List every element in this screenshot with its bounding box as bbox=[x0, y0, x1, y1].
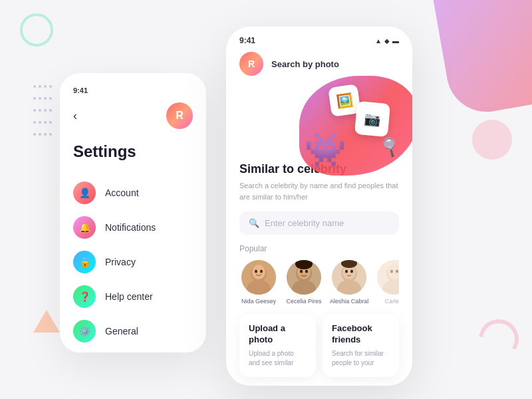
search-icon: 🔍 bbox=[249, 218, 259, 228]
wifi-icon: ◆ bbox=[384, 37, 390, 45]
signal-icon: ▲ bbox=[375, 37, 382, 45]
celebrity-name-1: Nida Geesey bbox=[241, 298, 276, 305]
celebrity-avatar-1 bbox=[241, 260, 276, 295]
right-time: 9:41 bbox=[239, 36, 255, 45]
general-label: General bbox=[105, 326, 138, 336]
settings-item-privacy[interactable]: 🔒 Privacy bbox=[73, 245, 193, 279]
photo-frame-2: 📷 bbox=[354, 101, 390, 137]
section-subtitle: Search a celebrity by name and find peop… bbox=[239, 180, 399, 202]
notifications-label: Notifications bbox=[105, 222, 156, 233]
pink-circle-decoration bbox=[472, 120, 512, 160]
left-status-bar: 9:41 bbox=[73, 86, 193, 94]
upload-photo-card[interactable]: Upload a photo Upload a photo and see si… bbox=[239, 314, 316, 377]
svg-point-5 bbox=[260, 270, 263, 273]
avatar[interactable]: R bbox=[166, 102, 193, 129]
settings-item-help[interactable]: ❓ Help center bbox=[73, 279, 193, 314]
pink-c-decoration bbox=[473, 314, 525, 365]
popular-celebrities-row: Nida Geesey Cecelia Pires bbox=[239, 260, 399, 305]
help-label: Help center bbox=[105, 291, 153, 302]
celebrity-carle[interactable]: Carle... bbox=[375, 260, 399, 305]
facebook-friends-card[interactable]: Facebook friends Search for similar peop… bbox=[323, 314, 399, 377]
celebrity-avatar-2 bbox=[287, 260, 321, 295]
settings-item-account[interactable]: 👤 Account bbox=[73, 176, 193, 210]
upload-card-title: Upload a photo bbox=[249, 323, 307, 346]
right-phone-header: R Search by photo bbox=[226, 45, 412, 76]
status-icons: ▲ ◆ ▬ bbox=[375, 37, 399, 45]
settings-item-about[interactable]: ℹ️ About us bbox=[73, 348, 193, 352]
dots-decoration bbox=[32, 80, 53, 140]
account-icon: 👤 bbox=[73, 182, 96, 204]
search-by-photo-label: Search by photo bbox=[271, 59, 339, 69]
right-status-bar: 9:41 ▲ ◆ ▬ bbox=[226, 27, 412, 45]
mint-circle-decoration bbox=[20, 13, 53, 47]
settings-item-general[interactable]: ⚙️ General bbox=[73, 314, 193, 348]
settings-phone: 9:41 ‹ R Settings 👤 Account 🔔 Notificati… bbox=[60, 73, 206, 352]
celebrity-name-3: Aleshia Cabral bbox=[330, 298, 369, 305]
celebrity-aleshia[interactable]: Aleshia Cabral bbox=[330, 260, 368, 305]
celebrity-cecelia[interactable]: Cecelia Pires bbox=[285, 260, 323, 305]
svg-point-11 bbox=[305, 270, 308, 273]
orange-triangle-decoration bbox=[33, 310, 60, 332]
celebrity-name-4: Carle... bbox=[384, 298, 399, 305]
svg-point-3 bbox=[252, 265, 265, 279]
battery-icon: ▬ bbox=[392, 37, 399, 45]
celebrity-nida[interactable]: Nida Geesey bbox=[239, 260, 278, 305]
facebook-card-title: Facebook friends bbox=[332, 323, 390, 346]
celebrity-search-box[interactable]: 🔍 Enter celebrity name bbox=[239, 211, 399, 235]
celebrity-avatar-4 bbox=[377, 260, 399, 295]
back-button[interactable]: ‹ bbox=[73, 109, 77, 123]
svg-point-17 bbox=[345, 270, 348, 273]
svg-point-4 bbox=[255, 270, 257, 273]
general-icon: ⚙️ bbox=[73, 320, 96, 342]
celebrity-phone: 9:41 ▲ ◆ ▬ R Search by photo 🖼️ 📷 👾 🔍 Si… bbox=[226, 27, 412, 386]
svg-point-10 bbox=[300, 270, 303, 273]
celebrity-avatar-3 bbox=[332, 260, 366, 295]
privacy-icon: 🔒 bbox=[73, 251, 96, 273]
notifications-icon: 🔔 bbox=[73, 216, 96, 239]
settings-item-notifications[interactable]: 🔔 Notifications bbox=[73, 210, 193, 245]
privacy-label: Privacy bbox=[105, 257, 136, 267]
popular-label: Popular bbox=[239, 244, 399, 253]
svg-point-18 bbox=[350, 270, 353, 273]
left-phone-header: ‹ R bbox=[73, 102, 193, 129]
hero-area: 🖼️ 📷 👾 🔍 bbox=[226, 76, 412, 162]
help-icon: ❓ bbox=[73, 285, 96, 308]
content-area: Similar to celebrity Search a celebrity … bbox=[226, 162, 412, 377]
settings-title: Settings bbox=[73, 142, 193, 161]
right-avatar[interactable]: R bbox=[239, 52, 263, 76]
bottom-cards: Upload a photo Upload a photo and see si… bbox=[239, 314, 399, 377]
svg-point-24 bbox=[390, 270, 393, 273]
gradient-strip-decoration bbox=[431, 0, 532, 118]
celebrity-name-2: Cecelia Pires bbox=[286, 298, 321, 305]
account-label: Account bbox=[105, 188, 139, 198]
svg-point-25 bbox=[396, 270, 398, 273]
upload-card-text: Upload a photo and see similar bbox=[249, 349, 307, 368]
facebook-card-text: Search for similar people to your bbox=[332, 349, 390, 368]
monster-character: 👾 bbox=[305, 130, 346, 169]
search-placeholder: Enter celebrity name bbox=[265, 218, 344, 228]
